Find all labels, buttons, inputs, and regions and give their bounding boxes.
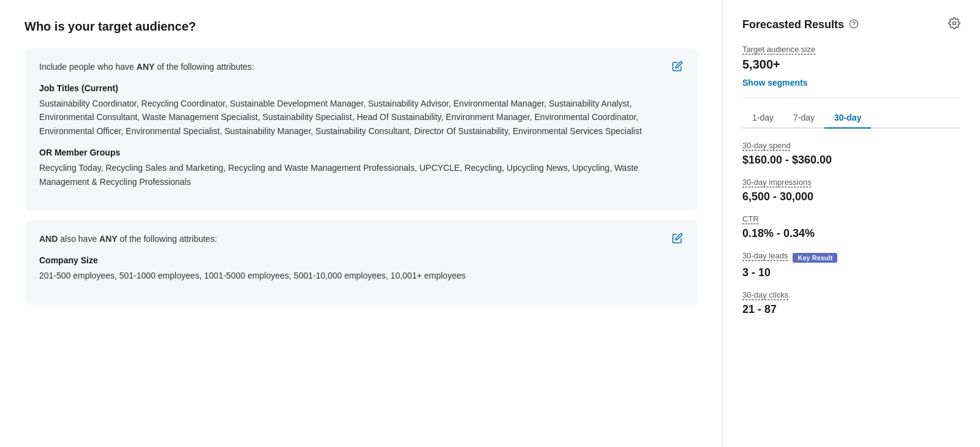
metric-impressions-label: 30-day impressions: [742, 178, 960, 187]
left-panel: Who is your target audience? Include peo…: [0, 0, 723, 447]
audience-size-label: Target audience size: [742, 45, 960, 54]
tab-1day[interactable]: 1-day: [742, 108, 783, 129]
attribute-job-titles-label: Job Titles (Current): [39, 83, 683, 93]
panel-title: Forecasted Results: [742, 18, 844, 31]
attribute-member-groups: OR Member Groups Recycling Today, Recycl…: [39, 148, 683, 189]
page-title: Who is your target audience?: [24, 20, 698, 34]
metric-spend: 30-day spend $160.00 - $360.00: [742, 141, 960, 167]
attribute-member-groups-label: OR Member Groups: [39, 148, 683, 157]
card1-description: Include people who have ANY of the follo…: [39, 61, 254, 73]
metric-spend-value: $160.00 - $360.00: [742, 154, 960, 167]
metric-spend-label: 30-day spend: [742, 141, 960, 150]
show-segments-link[interactable]: Show segments: [742, 78, 808, 88]
metric-clicks-label: 30-day clicks: [742, 290, 960, 299]
audience-size-section: Target audience size 5,300+ Show segment…: [742, 45, 960, 98]
tab-7day[interactable]: 7-day: [783, 108, 824, 129]
attribute-company-size: Company Size 201-500 employees, 501-1000…: [39, 255, 683, 282]
tabs-section: 1-day 7-day 30-day: [742, 108, 960, 129]
card2-edit-icon[interactable]: [672, 233, 683, 246]
forecasted-metrics: 30-day spend $160.00 - $360.00 30-day im…: [742, 141, 960, 316]
key-result-badge: Key Result: [793, 253, 837, 263]
tab-30day[interactable]: 30-day: [824, 108, 871, 129]
audience-card-1: Include people who have ANY of the follo…: [24, 48, 698, 211]
metric-clicks-value: 21 - 87: [742, 303, 960, 316]
attribute-company-size-label: Company Size: [39, 255, 683, 265]
attribute-member-groups-values: Recycling Today, Recycling Sales and Mar…: [39, 161, 683, 189]
metric-leads-value: 3 - 10: [742, 266, 960, 279]
attribute-job-titles-values: Sustainability Coordinator, Recycling Co…: [39, 97, 683, 138]
right-panel: Forecasted Results Target audience size …: [723, 0, 980, 447]
audience-size-value: 5,300+: [742, 58, 960, 72]
help-icon[interactable]: [849, 19, 859, 31]
metric-ctr-label: CTR: [742, 214, 960, 224]
attribute-job-titles: Job Titles (Current) Sustainability Coor…: [39, 83, 683, 138]
settings-icon[interactable]: [948, 17, 960, 32]
card1-header: Include people who have ANY of the follo…: [39, 61, 683, 83]
metric-ctr: CTR 0.18% - 0.34%: [742, 214, 960, 240]
panel-header: Forecasted Results: [742, 17, 960, 32]
metric-impressions: 30-day impressions 6,500 - 30,000: [742, 178, 960, 203]
card1-edit-icon[interactable]: [672, 61, 683, 74]
metric-clicks: 30-day clicks 21 - 87: [742, 290, 960, 316]
audience-card-2: AND also have ANY of the following attri…: [24, 220, 698, 304]
card2-description: AND also have ANY of the following attri…: [39, 233, 217, 246]
panel-title-group: Forecasted Results: [742, 18, 859, 31]
metric-ctr-value: 0.18% - 0.34%: [742, 227, 960, 240]
attribute-company-size-values: 201-500 employees, 501-1000 employees, 1…: [39, 269, 683, 282]
svg-point-2: [953, 22, 956, 25]
card2-header: AND also have ANY of the following attri…: [39, 233, 683, 255]
metric-impressions-value: 6,500 - 30,000: [742, 190, 960, 203]
metric-leads: 30-day leads Key Result 3 - 10: [742, 251, 960, 279]
metric-leads-header: 30-day leads Key Result: [742, 251, 960, 264]
metric-leads-label: 30-day leads: [742, 251, 788, 260]
